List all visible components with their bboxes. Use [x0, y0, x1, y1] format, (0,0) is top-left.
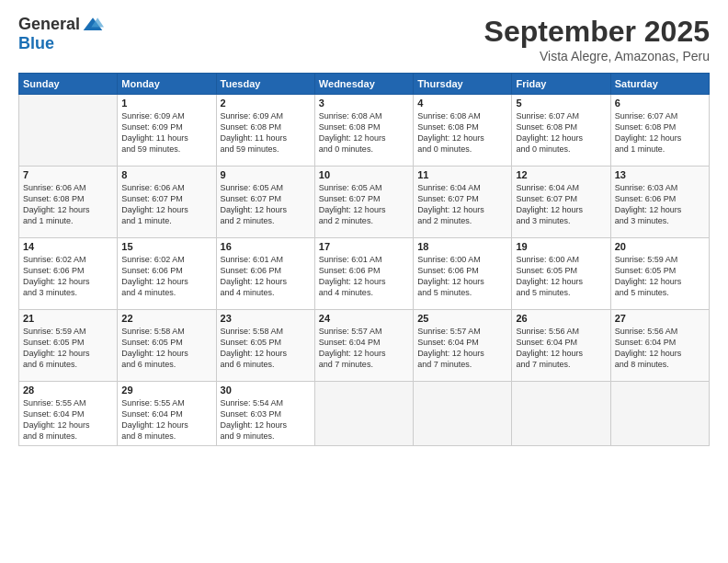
day-info: Sunrise: 6:03 AM Sunset: 6:06 PM Dayligh… [615, 182, 705, 227]
calendar-header-row: SundayMondayTuesdayWednesdayThursdayFrid… [19, 74, 710, 95]
calendar-header-friday: Friday [512, 74, 610, 95]
day-info: Sunrise: 6:07 AM Sunset: 6:08 PM Dayligh… [516, 110, 606, 155]
header: General Blue September 2025 Vista Alegre… [18, 15, 710, 63]
location: Vista Alegre, Amazonas, Peru [484, 49, 710, 63]
calendar-cell [19, 95, 118, 167]
calendar-header-saturday: Saturday [610, 74, 709, 95]
calendar-cell: 16Sunrise: 6:01 AM Sunset: 6:06 PM Dayli… [216, 238, 314, 310]
day-info: Sunrise: 5:54 AM Sunset: 6:03 PM Dayligh… [221, 397, 311, 442]
calendar-header-monday: Monday [118, 74, 216, 95]
day-info: Sunrise: 6:02 AM Sunset: 6:06 PM Dayligh… [121, 254, 211, 299]
day-number: 27 [615, 313, 705, 324]
day-number: 25 [417, 313, 507, 324]
day-info: Sunrise: 5:57 AM Sunset: 6:04 PM Dayligh… [417, 326, 507, 371]
day-info: Sunrise: 5:55 AM Sunset: 6:04 PM Dayligh… [121, 397, 211, 442]
day-info: Sunrise: 5:56 AM Sunset: 6:04 PM Dayligh… [615, 326, 705, 371]
calendar-table: SundayMondayTuesdayWednesdayThursdayFrid… [18, 73, 710, 446]
day-info: Sunrise: 6:00 AM Sunset: 6:06 PM Dayligh… [417, 254, 507, 299]
day-info: Sunrise: 6:01 AM Sunset: 6:06 PM Dayligh… [221, 254, 311, 299]
title-block: September 2025 Vista Alegre, Amazonas, P… [484, 15, 710, 63]
day-number: 13 [615, 169, 705, 180]
calendar-cell: 8Sunrise: 6:06 AM Sunset: 6:07 PM Daylig… [118, 167, 216, 238]
day-number: 14 [23, 241, 113, 252]
day-number: 17 [319, 241, 409, 252]
day-number: 7 [23, 169, 113, 180]
day-info: Sunrise: 6:01 AM Sunset: 6:06 PM Dayligh… [319, 254, 409, 299]
calendar-week-row: 21Sunrise: 5:59 AM Sunset: 6:05 PM Dayli… [19, 310, 710, 382]
calendar-cell: 30Sunrise: 5:54 AM Sunset: 6:03 PM Dayli… [216, 382, 314, 446]
calendar-cell [314, 382, 413, 446]
day-number: 24 [319, 313, 409, 324]
calendar-header-wednesday: Wednesday [314, 74, 413, 95]
calendar-cell: 7Sunrise: 6:06 AM Sunset: 6:08 PM Daylig… [19, 167, 118, 238]
logo-blue-text: Blue [18, 34, 54, 52]
calendar-cell: 28Sunrise: 5:55 AM Sunset: 6:04 PM Dayli… [19, 382, 118, 446]
day-info: Sunrise: 5:59 AM Sunset: 6:05 PM Dayligh… [615, 254, 705, 299]
calendar-cell: 13Sunrise: 6:03 AM Sunset: 6:06 PM Dayli… [610, 167, 709, 238]
calendar-cell: 4Sunrise: 6:08 AM Sunset: 6:08 PM Daylig… [414, 95, 512, 167]
calendar-cell: 10Sunrise: 6:05 AM Sunset: 6:07 PM Dayli… [314, 167, 413, 238]
calendar-cell: 24Sunrise: 5:57 AM Sunset: 6:04 PM Dayli… [314, 310, 413, 382]
day-number: 12 [516, 169, 606, 180]
day-info: Sunrise: 5:55 AM Sunset: 6:04 PM Dayligh… [23, 397, 113, 442]
day-info: Sunrise: 6:09 AM Sunset: 6:09 PM Dayligh… [121, 110, 211, 155]
logo-general-text: General [18, 15, 80, 34]
calendar-week-row: 28Sunrise: 5:55 AM Sunset: 6:04 PM Dayli… [19, 382, 710, 446]
day-number: 28 [23, 385, 113, 396]
day-info: Sunrise: 6:05 AM Sunset: 6:07 PM Dayligh… [221, 182, 311, 227]
calendar-cell: 11Sunrise: 6:04 AM Sunset: 6:07 PM Dayli… [414, 167, 512, 238]
month-year: September 2025 [484, 15, 710, 49]
page: General Blue September 2025 Vista Alegre… [0, 0, 728, 563]
day-number: 30 [221, 385, 311, 396]
calendar-header-sunday: Sunday [19, 74, 118, 95]
calendar-cell [512, 382, 610, 446]
day-number: 1 [121, 98, 211, 109]
day-number: 19 [516, 241, 606, 252]
calendar-week-row: 1Sunrise: 6:09 AM Sunset: 6:09 PM Daylig… [19, 95, 710, 167]
calendar-cell: 1Sunrise: 6:09 AM Sunset: 6:09 PM Daylig… [118, 95, 216, 167]
day-number: 15 [121, 241, 211, 252]
calendar-week-row: 14Sunrise: 6:02 AM Sunset: 6:06 PM Dayli… [19, 238, 710, 310]
day-number: 23 [221, 313, 311, 324]
day-info: Sunrise: 6:06 AM Sunset: 6:08 PM Dayligh… [23, 182, 113, 227]
calendar-week-row: 7Sunrise: 6:06 AM Sunset: 6:08 PM Daylig… [19, 167, 710, 238]
day-number: 2 [221, 98, 311, 109]
calendar-cell: 20Sunrise: 5:59 AM Sunset: 6:05 PM Dayli… [610, 238, 709, 310]
day-info: Sunrise: 6:00 AM Sunset: 6:05 PM Dayligh… [516, 254, 606, 299]
day-info: Sunrise: 5:56 AM Sunset: 6:04 PM Dayligh… [516, 326, 606, 371]
calendar-cell: 15Sunrise: 6:02 AM Sunset: 6:06 PM Dayli… [118, 238, 216, 310]
day-number: 5 [516, 98, 606, 109]
calendar-cell: 25Sunrise: 5:57 AM Sunset: 6:04 PM Dayli… [414, 310, 512, 382]
calendar-cell: 18Sunrise: 6:00 AM Sunset: 6:06 PM Dayli… [414, 238, 512, 310]
day-number: 10 [319, 169, 409, 180]
calendar-cell: 27Sunrise: 5:56 AM Sunset: 6:04 PM Dayli… [610, 310, 709, 382]
calendar-cell: 19Sunrise: 6:00 AM Sunset: 6:05 PM Dayli… [512, 238, 610, 310]
day-number: 4 [417, 98, 507, 109]
day-info: Sunrise: 6:08 AM Sunset: 6:08 PM Dayligh… [417, 110, 507, 155]
day-info: Sunrise: 6:09 AM Sunset: 6:08 PM Dayligh… [221, 110, 311, 155]
calendar-cell: 23Sunrise: 5:58 AM Sunset: 6:05 PM Dayli… [216, 310, 314, 382]
day-info: Sunrise: 5:59 AM Sunset: 6:05 PM Dayligh… [23, 326, 113, 371]
calendar-cell: 29Sunrise: 5:55 AM Sunset: 6:04 PM Dayli… [118, 382, 216, 446]
calendar-cell: 12Sunrise: 6:04 AM Sunset: 6:07 PM Dayli… [512, 167, 610, 238]
day-number: 26 [516, 313, 606, 324]
day-info: Sunrise: 6:05 AM Sunset: 6:07 PM Dayligh… [319, 182, 409, 227]
logo: General Blue [18, 15, 104, 53]
day-number: 8 [121, 169, 211, 180]
calendar-header-thursday: Thursday [414, 74, 512, 95]
day-info: Sunrise: 5:57 AM Sunset: 6:04 PM Dayligh… [319, 326, 409, 371]
day-info: Sunrise: 6:02 AM Sunset: 6:06 PM Dayligh… [23, 254, 113, 299]
calendar-cell: 26Sunrise: 5:56 AM Sunset: 6:04 PM Dayli… [512, 310, 610, 382]
calendar-cell: 3Sunrise: 6:08 AM Sunset: 6:08 PM Daylig… [314, 95, 413, 167]
day-number: 18 [417, 241, 507, 252]
day-info: Sunrise: 6:04 AM Sunset: 6:07 PM Dayligh… [516, 182, 606, 227]
calendar-cell: 5Sunrise: 6:07 AM Sunset: 6:08 PM Daylig… [512, 95, 610, 167]
day-number: 9 [221, 169, 311, 180]
day-info: Sunrise: 6:08 AM Sunset: 6:08 PM Dayligh… [319, 110, 409, 155]
calendar-header-tuesday: Tuesday [216, 74, 314, 95]
calendar-cell: 21Sunrise: 5:59 AM Sunset: 6:05 PM Dayli… [19, 310, 118, 382]
day-number: 29 [121, 385, 211, 396]
calendar-cell [414, 382, 512, 446]
day-number: 22 [121, 313, 211, 324]
calendar-cell: 14Sunrise: 6:02 AM Sunset: 6:06 PM Dayli… [19, 238, 118, 310]
